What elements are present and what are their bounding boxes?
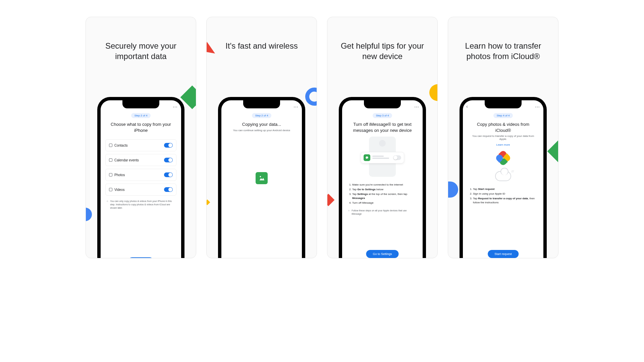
imessage-toggle-off [393, 155, 401, 160]
phone-notch [122, 100, 159, 108]
videos-icon [109, 188, 112, 191]
step-badge: Step 2 of 4 [131, 113, 151, 118]
toggle-videos[interactable]: Videos [105, 184, 176, 196]
phone-notch [485, 100, 522, 108]
promo-card-2: It's fast and wireless ⋯ Step 2 of 4 Cop… [206, 17, 317, 258]
toggle-label: Contacts [114, 144, 127, 147]
promo-card-3: Get helpful tips for your new device ⋯ S… [327, 17, 438, 258]
toggle-label: Calendar events [114, 158, 139, 162]
decor-square [206, 200, 210, 205]
decor-ring [305, 88, 317, 106]
cloud-icon: /// [495, 171, 511, 181]
phone-frame: ⋯ Step 3 of 4 Turn off iMessage® to get … [339, 97, 426, 258]
toggle-switch[interactable] [164, 187, 173, 192]
phone-screen: ⋯ Step 2 of 4 Copying your data... You c… [221, 100, 302, 258]
decor-square [327, 194, 334, 206]
learn-more-link[interactable]: Learn more [468, 143, 539, 146]
step-item: Sign in using your Apple ID [473, 192, 539, 196]
toggle-label: Photos [114, 173, 125, 177]
step-badge: Step 3 of 4 [373, 113, 392, 118]
card-title: Securely move your important data [86, 17, 196, 68]
toggle-calendar[interactable]: Calendar events [105, 154, 176, 166]
phone-screen: ⋯ Step 3 of 4 Turn off iMessage® to get … [342, 100, 423, 258]
more-icon[interactable]: ⋯ [535, 104, 540, 110]
screenshot-gallery: Securely move your important data ⋯ Step… [0, 0, 644, 275]
contacts-icon [109, 144, 112, 147]
toggle-label: Videos [114, 188, 124, 192]
svg-point-0 [260, 176, 261, 177]
card-title: Learn how to transfer photos from iCloud… [448, 17, 558, 68]
back-icon[interactable]: ‹ [466, 104, 468, 109]
start-request-button[interactable]: Start request [488, 250, 519, 258]
promo-card-1: Securely move your important data ⋯ Step… [86, 17, 196, 258]
imessage-graphic [361, 137, 404, 177]
toggle-switch[interactable] [164, 158, 173, 162]
screen-sub: You can continue setting up your Android… [226, 129, 297, 132]
toggle-photos[interactable]: Photos [105, 169, 176, 181]
phone-notch [364, 100, 401, 108]
step-badge: Step 2 of 4 [252, 113, 272, 118]
instructions-list: Make sure you're connected to the intern… [347, 183, 418, 205]
screen-heading: Copying your data... [226, 121, 297, 127]
phone-frame: ‹ ⋯ Step 4 of 4 Copy photos & videos fro… [460, 97, 547, 258]
decor-triangle [206, 42, 217, 54]
continue-button[interactable]: Continue [128, 257, 154, 258]
step-item: Tap Request to transfer a copy of your d… [473, 197, 539, 205]
screen-sub: You can request to transfer a copy of yo… [468, 135, 539, 141]
card-title: It's fast and wireless [207, 17, 317, 58]
step-badge: Step 4 of 4 [493, 113, 513, 118]
more-icon[interactable]: ⋯ [293, 104, 299, 110]
info-note: You can only copy photos & videos from y… [105, 200, 176, 209]
screen-heading: Copy photos & videos from iCloud® [468, 121, 539, 133]
toggle-switch[interactable] [164, 143, 173, 148]
instructions-list: Tap Start request Sign in using your App… [468, 187, 539, 205]
decor-circle [429, 84, 438, 101]
phone-frame: ⋯ Step 2 of 4 Copying your data... You c… [218, 97, 305, 258]
decor-diamond [547, 137, 558, 166]
info-note: Follow these steps on all your Apple dev… [347, 209, 418, 216]
go-to-settings-button[interactable]: Go to Settings [366, 250, 398, 258]
step-item: Tap Settings at the top of the screen, t… [352, 192, 418, 200]
more-icon[interactable]: ⋯ [173, 104, 178, 110]
phone-screen: ⋯ Step 2 of 4 Choose what to copy from y… [101, 100, 181, 258]
decor-circle [86, 208, 92, 221]
phone-notch [243, 100, 280, 108]
card-title: Get helpful tips for your new device [327, 17, 437, 68]
step-item: Turn off iMessage [352, 201, 418, 205]
phone-frame: ⋯ Step 2 of 4 Choose what to copy from y… [97, 97, 184, 258]
phone-screen: ‹ ⋯ Step 4 of 4 Copy photos & videos fro… [463, 100, 543, 258]
decor-semicircle [448, 182, 458, 198]
photo-transfer-icon [256, 172, 268, 184]
step-item: Tap Go to Settings below [352, 188, 418, 192]
screen-heading: Turn off iMessage® to get text messages … [347, 121, 418, 133]
step-item: Tap Start request [473, 187, 539, 191]
photos-icon [109, 173, 112, 176]
screen-heading: Choose what to copy from your iPhone [105, 121, 176, 133]
promo-card-4: Learn how to transfer photos from iCloud… [448, 17, 558, 258]
more-icon[interactable]: ⋯ [414, 104, 419, 110]
step-item: Make sure you're connected to the intern… [352, 183, 418, 187]
calendar-icon [109, 158, 112, 162]
toggle-switch[interactable] [164, 172, 173, 177]
toggle-contacts[interactable]: Contacts [105, 139, 176, 151]
google-photos-icon [496, 151, 510, 165]
messages-icon [364, 154, 370, 161]
